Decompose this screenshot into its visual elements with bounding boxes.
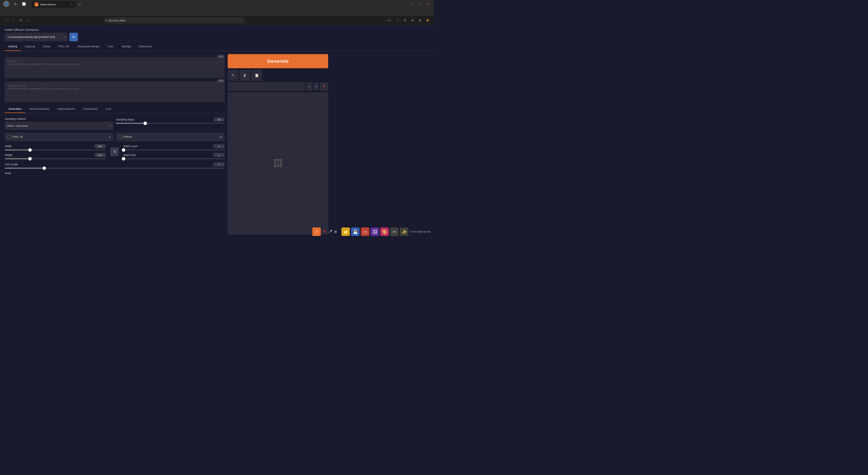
translate-icon[interactable]: A↔ — [387, 17, 393, 24]
trash-button[interactable]: 🗑 — [240, 70, 250, 81]
tab-train[interactable]: Train — [104, 43, 117, 51]
batch-count-label: Batch count 1 — [124, 144, 225, 148]
tab-title: Stable Diffusion — [40, 3, 68, 6]
favorites-icon[interactable]: ★ — [409, 17, 416, 24]
batch-count-slider[interactable] — [124, 150, 225, 150]
cfg-scale-slider[interactable] — [5, 168, 224, 169]
collections-icon[interactable]: ⊞ — [417, 17, 423, 24]
tab-png-info[interactable]: PNG Info — [55, 43, 73, 51]
style-select-input[interactable] — [228, 82, 305, 91]
tab-favicon: 🔥 — [35, 2, 38, 6]
style-edit-button[interactable]: ✎ — [320, 82, 328, 91]
tab-settings[interactable]: Settings — [118, 43, 135, 51]
cfg-scale-label: CFG Scale 7 — [5, 163, 224, 167]
style-edit-icon: ✎ — [323, 84, 326, 89]
nav-back-button[interactable]: ‹ — [3, 18, 9, 23]
tab-extensions[interactable]: Extensions — [135, 43, 156, 51]
sampling-method-select[interactable]: DPM++ 2M Karras — [5, 122, 113, 130]
taskbar-scissors-icon[interactable]: ✂ — [390, 228, 399, 236]
checkpoint-refresh-button[interactable]: ↻ — [69, 33, 78, 41]
taskbar-archive-icon[interactable]: 🗃 — [361, 228, 369, 236]
taskbar-palette-icon[interactable]: 🎨 — [380, 228, 389, 236]
prompt-counter: 0/75 — [217, 55, 224, 58]
taskbar-label: CSDN @在奋斗的大鱼 — [410, 230, 431, 233]
gen-tab-hypernetworks[interactable]: Hypernetworks — [54, 106, 79, 113]
sampling-steps-label: Sampling steps 20 — [116, 117, 224, 122]
gen-tab-textual-inversion[interactable]: Textual Inversion — [26, 106, 53, 113]
tab-checkpoint-merger[interactable]: Checkpoint Merger — [73, 43, 104, 51]
prompt-input[interactable] — [5, 58, 224, 78]
gen-tab-generation[interactable]: Generation — [5, 106, 25, 113]
batch-size-label: Batch size 1 — [124, 153, 225, 157]
tab-txt2img[interactable]: txt2img — [5, 43, 21, 51]
new-tab-button[interactable]: + — [76, 2, 83, 8]
batch-size-value: 1 — [214, 153, 224, 157]
sidebar-icon[interactable]: ⊟ — [402, 17, 408, 24]
pencil-icon: ✎ — [231, 73, 234, 77]
hires-fix-checkbox-row[interactable]: Hires. fix ◄ — [5, 133, 113, 141]
action-buttons-row: ✎ 🗑 📋 — [228, 70, 328, 81]
browser-avatar: 👤 — [3, 1, 9, 7]
refiner-checkbox[interactable] — [119, 135, 122, 139]
gen-tab-checkpoints[interactable]: Checkpoints — [80, 106, 102, 113]
bookmark-icon[interactable]: ☆ — [395, 17, 401, 24]
tab-img2img[interactable]: img2img — [21, 43, 39, 51]
negative-prompt-input[interactable] — [5, 81, 224, 102]
width-value: 512 — [95, 144, 106, 148]
browser-window-button[interactable]: ⬜ — [21, 1, 27, 7]
refiner-label: Refiner — [124, 136, 218, 139]
refresh-icon: ↻ — [72, 35, 75, 39]
swap-icon: ⇅ — [113, 150, 116, 154]
refiner-checkbox-row[interactable]: Refiner ◄ — [116, 133, 224, 141]
style-dropdown-button[interactable]: ▾ — [314, 82, 319, 91]
hires-fix-checkbox[interactable] — [7, 135, 11, 139]
checkpoint-label: Stable Diffusion checkpoint — [5, 28, 429, 32]
width-slider[interactable] — [5, 150, 106, 150]
taskbar-folder-icon[interactable]: 📁 — [341, 228, 350, 236]
swap-dimensions-button[interactable]: ⇅ — [111, 147, 119, 156]
nav-forward-button[interactable]: › — [11, 18, 16, 23]
image-placeholder-icon: 🖼 — [273, 158, 283, 169]
extensions-icon[interactable]: ⚡ — [425, 17, 431, 24]
taskbar-layout-icon[interactable]: ⊞ — [334, 230, 337, 234]
width-label: Width 512 — [5, 144, 106, 148]
address-text: 127.0.0.1:7860 — [108, 19, 242, 22]
style-select-row: ✕ ▾ ✎ — [228, 82, 328, 91]
taskbar-sdxl-icon[interactable]: S — [312, 228, 321, 236]
gen-tab-bar: Generation Textual Inversion Hypernetwor… — [5, 106, 224, 113]
style-clear-button[interactable]: ✕ — [307, 82, 312, 91]
batch-count-value: 1 — [214, 144, 224, 148]
cfg-scale-value: 7 — [214, 163, 224, 167]
height-label: Height 512 — [5, 153, 106, 157]
maximize-button[interactable]: □ — [417, 1, 423, 7]
checkpoint-select[interactable]: v1-5-pruned-emaonly.ckpt [cc6cb27103] — [5, 33, 67, 41]
address-bar[interactable]: ℹ 127.0.0.1:7860 — [103, 17, 245, 24]
paste-button[interactable]: 📋 — [252, 70, 262, 81]
nav-reload-button[interactable]: ↻ — [18, 18, 24, 23]
minimize-button[interactable]: ─ — [409, 1, 416, 7]
taskbar: S 中 🎤 ⊞ 📁 💾 🗃 🖼 🎨 ✂ ✨ CSDN @在奋斗的大鱼 — [309, 226, 434, 238]
sampling-steps-value: 20 — [214, 117, 224, 122]
taskbar-sparkle-icon[interactable]: ✨ — [400, 228, 408, 236]
batch-size-slider[interactable] — [124, 159, 225, 159]
gen-tab-lora[interactable]: Lora — [102, 106, 115, 113]
taskbar-save-icon[interactable]: 💾 — [351, 228, 360, 236]
image-preview-area: 🖼 — [228, 93, 328, 235]
taskbar-image-icon[interactable]: 🖼 — [371, 228, 379, 236]
taskbar-mic-icon[interactable]: 🎤 — [328, 230, 333, 234]
close-window-button[interactable]: ✕ — [425, 1, 431, 7]
browser-copy-button[interactable]: ⧉ — [12, 1, 18, 7]
nav-home-button[interactable]: ⌂ — [26, 18, 31, 23]
generate-button[interactable]: Generate — [228, 54, 328, 68]
tab-extras[interactable]: Extras — [39, 43, 54, 51]
hires-fix-arrow-icon: ◄ — [108, 136, 111, 138]
taskbar-zh-icon[interactable]: 中 — [323, 229, 326, 234]
edit-prompt-button[interactable]: ✎ — [228, 70, 238, 81]
clipboard-icon: 📋 — [255, 73, 259, 77]
tab-close-button[interactable]: × — [70, 2, 73, 6]
sampling-steps-slider[interactable] — [116, 123, 224, 124]
address-info-icon: ℹ — [106, 19, 107, 22]
height-slider[interactable] — [5, 159, 106, 159]
browser-tab[interactable]: 🔥 Stable Diffusion × — [32, 1, 76, 8]
trash-icon: 🗑 — [243, 73, 247, 77]
